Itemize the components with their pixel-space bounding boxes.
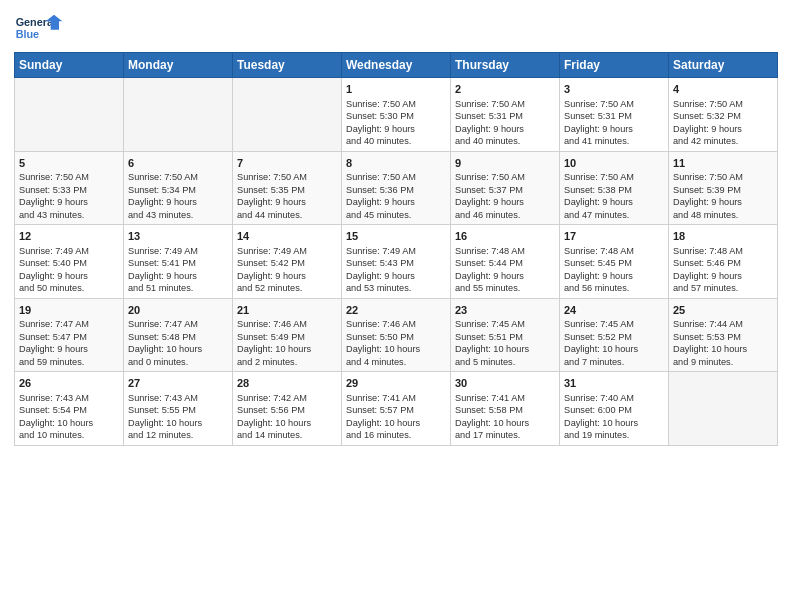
calendar-cell: 17Sunrise: 7:48 AM Sunset: 5:45 PM Dayli…	[560, 225, 669, 299]
header: General Blue	[14, 10, 778, 46]
day-info: Sunrise: 7:50 AM Sunset: 5:32 PM Dayligh…	[673, 98, 773, 148]
calendar-cell: 4Sunrise: 7:50 AM Sunset: 5:32 PM Daylig…	[669, 78, 778, 152]
day-info: Sunrise: 7:50 AM Sunset: 5:33 PM Dayligh…	[19, 171, 119, 221]
calendar-cell: 3Sunrise: 7:50 AM Sunset: 5:31 PM Daylig…	[560, 78, 669, 152]
day-number: 7	[237, 156, 337, 171]
day-info: Sunrise: 7:50 AM Sunset: 5:34 PM Dayligh…	[128, 171, 228, 221]
day-info: Sunrise: 7:49 AM Sunset: 5:42 PM Dayligh…	[237, 245, 337, 295]
day-info: Sunrise: 7:50 AM Sunset: 5:31 PM Dayligh…	[455, 98, 555, 148]
calendar-cell	[233, 78, 342, 152]
calendar-table: SundayMondayTuesdayWednesdayThursdayFrid…	[14, 52, 778, 446]
day-info: Sunrise: 7:45 AM Sunset: 5:52 PM Dayligh…	[564, 318, 664, 368]
weekday-header: Sunday	[15, 53, 124, 78]
day-number: 28	[237, 376, 337, 391]
weekday-header: Tuesday	[233, 53, 342, 78]
day-number: 17	[564, 229, 664, 244]
day-number: 3	[564, 82, 664, 97]
day-number: 13	[128, 229, 228, 244]
calendar-cell: 25Sunrise: 7:44 AM Sunset: 5:53 PM Dayli…	[669, 298, 778, 372]
day-number: 10	[564, 156, 664, 171]
day-number: 19	[19, 303, 119, 318]
day-number: 20	[128, 303, 228, 318]
day-number: 22	[346, 303, 446, 318]
calendar-week-row: 26Sunrise: 7:43 AM Sunset: 5:54 PM Dayli…	[15, 372, 778, 446]
day-number: 12	[19, 229, 119, 244]
svg-text:Blue: Blue	[16, 28, 39, 40]
day-number: 9	[455, 156, 555, 171]
calendar-week-row: 19Sunrise: 7:47 AM Sunset: 5:47 PM Dayli…	[15, 298, 778, 372]
day-number: 8	[346, 156, 446, 171]
day-number: 21	[237, 303, 337, 318]
weekday-header: Wednesday	[342, 53, 451, 78]
day-number: 30	[455, 376, 555, 391]
day-number: 4	[673, 82, 773, 97]
calendar-cell: 9Sunrise: 7:50 AM Sunset: 5:37 PM Daylig…	[451, 151, 560, 225]
calendar-cell: 16Sunrise: 7:48 AM Sunset: 5:44 PM Dayli…	[451, 225, 560, 299]
day-info: Sunrise: 7:50 AM Sunset: 5:39 PM Dayligh…	[673, 171, 773, 221]
logo-svg: General Blue	[14, 10, 64, 46]
day-number: 5	[19, 156, 119, 171]
day-number: 31	[564, 376, 664, 391]
calendar-cell: 28Sunrise: 7:42 AM Sunset: 5:56 PM Dayli…	[233, 372, 342, 446]
calendar-cell: 21Sunrise: 7:46 AM Sunset: 5:49 PM Dayli…	[233, 298, 342, 372]
calendar-cell: 27Sunrise: 7:43 AM Sunset: 5:55 PM Dayli…	[124, 372, 233, 446]
calendar-cell: 15Sunrise: 7:49 AM Sunset: 5:43 PM Dayli…	[342, 225, 451, 299]
weekday-header-row: SundayMondayTuesdayWednesdayThursdayFrid…	[15, 53, 778, 78]
day-number: 1	[346, 82, 446, 97]
day-info: Sunrise: 7:48 AM Sunset: 5:46 PM Dayligh…	[673, 245, 773, 295]
logo: General Blue	[14, 10, 64, 46]
day-info: Sunrise: 7:46 AM Sunset: 5:50 PM Dayligh…	[346, 318, 446, 368]
weekday-header: Saturday	[669, 53, 778, 78]
calendar-cell: 1Sunrise: 7:50 AM Sunset: 5:30 PM Daylig…	[342, 78, 451, 152]
calendar-cell	[669, 372, 778, 446]
calendar-cell: 29Sunrise: 7:41 AM Sunset: 5:57 PM Dayli…	[342, 372, 451, 446]
day-info: Sunrise: 7:43 AM Sunset: 5:54 PM Dayligh…	[19, 392, 119, 442]
calendar-cell: 24Sunrise: 7:45 AM Sunset: 5:52 PM Dayli…	[560, 298, 669, 372]
day-info: Sunrise: 7:45 AM Sunset: 5:51 PM Dayligh…	[455, 318, 555, 368]
day-number: 26	[19, 376, 119, 391]
calendar-cell: 5Sunrise: 7:50 AM Sunset: 5:33 PM Daylig…	[15, 151, 124, 225]
calendar-cell: 22Sunrise: 7:46 AM Sunset: 5:50 PM Dayli…	[342, 298, 451, 372]
calendar-week-row: 1Sunrise: 7:50 AM Sunset: 5:30 PM Daylig…	[15, 78, 778, 152]
day-number: 2	[455, 82, 555, 97]
calendar-cell: 19Sunrise: 7:47 AM Sunset: 5:47 PM Dayli…	[15, 298, 124, 372]
calendar-cell: 11Sunrise: 7:50 AM Sunset: 5:39 PM Dayli…	[669, 151, 778, 225]
calendar-cell: 2Sunrise: 7:50 AM Sunset: 5:31 PM Daylig…	[451, 78, 560, 152]
day-info: Sunrise: 7:41 AM Sunset: 5:58 PM Dayligh…	[455, 392, 555, 442]
day-info: Sunrise: 7:50 AM Sunset: 5:37 PM Dayligh…	[455, 171, 555, 221]
day-info: Sunrise: 7:48 AM Sunset: 5:44 PM Dayligh…	[455, 245, 555, 295]
day-info: Sunrise: 7:48 AM Sunset: 5:45 PM Dayligh…	[564, 245, 664, 295]
day-number: 6	[128, 156, 228, 171]
day-number: 15	[346, 229, 446, 244]
calendar-cell: 14Sunrise: 7:49 AM Sunset: 5:42 PM Dayli…	[233, 225, 342, 299]
day-info: Sunrise: 7:49 AM Sunset: 5:41 PM Dayligh…	[128, 245, 228, 295]
day-info: Sunrise: 7:50 AM Sunset: 5:36 PM Dayligh…	[346, 171, 446, 221]
day-info: Sunrise: 7:43 AM Sunset: 5:55 PM Dayligh…	[128, 392, 228, 442]
page: General Blue SundayMondayTuesdayWednesda…	[0, 0, 792, 612]
calendar-cell	[124, 78, 233, 152]
calendar-week-row: 5Sunrise: 7:50 AM Sunset: 5:33 PM Daylig…	[15, 151, 778, 225]
calendar-cell: 18Sunrise: 7:48 AM Sunset: 5:46 PM Dayli…	[669, 225, 778, 299]
calendar-cell: 20Sunrise: 7:47 AM Sunset: 5:48 PM Dayli…	[124, 298, 233, 372]
day-number: 11	[673, 156, 773, 171]
calendar-cell: 26Sunrise: 7:43 AM Sunset: 5:54 PM Dayli…	[15, 372, 124, 446]
day-number: 18	[673, 229, 773, 244]
calendar-cell: 13Sunrise: 7:49 AM Sunset: 5:41 PM Dayli…	[124, 225, 233, 299]
day-info: Sunrise: 7:46 AM Sunset: 5:49 PM Dayligh…	[237, 318, 337, 368]
calendar-cell: 30Sunrise: 7:41 AM Sunset: 5:58 PM Dayli…	[451, 372, 560, 446]
day-info: Sunrise: 7:44 AM Sunset: 5:53 PM Dayligh…	[673, 318, 773, 368]
day-number: 24	[564, 303, 664, 318]
day-info: Sunrise: 7:49 AM Sunset: 5:40 PM Dayligh…	[19, 245, 119, 295]
day-info: Sunrise: 7:47 AM Sunset: 5:48 PM Dayligh…	[128, 318, 228, 368]
day-info: Sunrise: 7:42 AM Sunset: 5:56 PM Dayligh…	[237, 392, 337, 442]
calendar-cell: 31Sunrise: 7:40 AM Sunset: 6:00 PM Dayli…	[560, 372, 669, 446]
day-number: 27	[128, 376, 228, 391]
day-number: 23	[455, 303, 555, 318]
day-info: Sunrise: 7:47 AM Sunset: 5:47 PM Dayligh…	[19, 318, 119, 368]
day-info: Sunrise: 7:40 AM Sunset: 6:00 PM Dayligh…	[564, 392, 664, 442]
calendar-cell: 6Sunrise: 7:50 AM Sunset: 5:34 PM Daylig…	[124, 151, 233, 225]
calendar-cell: 8Sunrise: 7:50 AM Sunset: 5:36 PM Daylig…	[342, 151, 451, 225]
calendar-week-row: 12Sunrise: 7:49 AM Sunset: 5:40 PM Dayli…	[15, 225, 778, 299]
weekday-header: Monday	[124, 53, 233, 78]
weekday-header: Friday	[560, 53, 669, 78]
